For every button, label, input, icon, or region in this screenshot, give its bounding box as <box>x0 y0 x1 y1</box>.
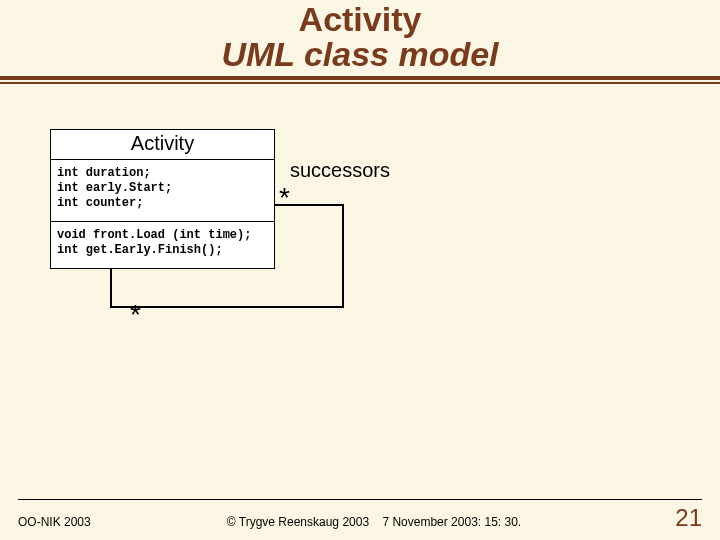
slide-number: 21 <box>675 504 702 532</box>
uml-class-activity: Activity int duration; int early.Start; … <box>50 129 275 269</box>
footer-date: 7 November 2003: 15: 30. <box>382 515 521 529</box>
multiplicity-bottom: * <box>130 299 141 331</box>
uml-class-name: Activity <box>51 130 274 160</box>
footer-left: OO-NIK 2003 <box>18 515 91 529</box>
multiplicity-top: * <box>279 182 290 214</box>
slide-footer: OO-NIK 2003 © Trygve Reenskaug 2003 7 No… <box>0 499 720 532</box>
uml-operations: void front.Load (int time); int get.Earl… <box>51 222 274 268</box>
footer-rule <box>18 499 702 500</box>
title-line-2: UML class model <box>0 36 720 73</box>
slide-title-block: Activity UML class model <box>0 0 720 73</box>
association-label: successors <box>290 159 390 182</box>
footer-copyright: © Trygve Reenskaug 2003 <box>227 515 369 529</box>
uml-diagram: successors * Activity int duration; int … <box>0 129 720 429</box>
title-line-1: Activity <box>0 2 720 36</box>
title-rule <box>0 76 720 84</box>
uml-attributes: int duration; int early.Start; int count… <box>51 160 274 222</box>
